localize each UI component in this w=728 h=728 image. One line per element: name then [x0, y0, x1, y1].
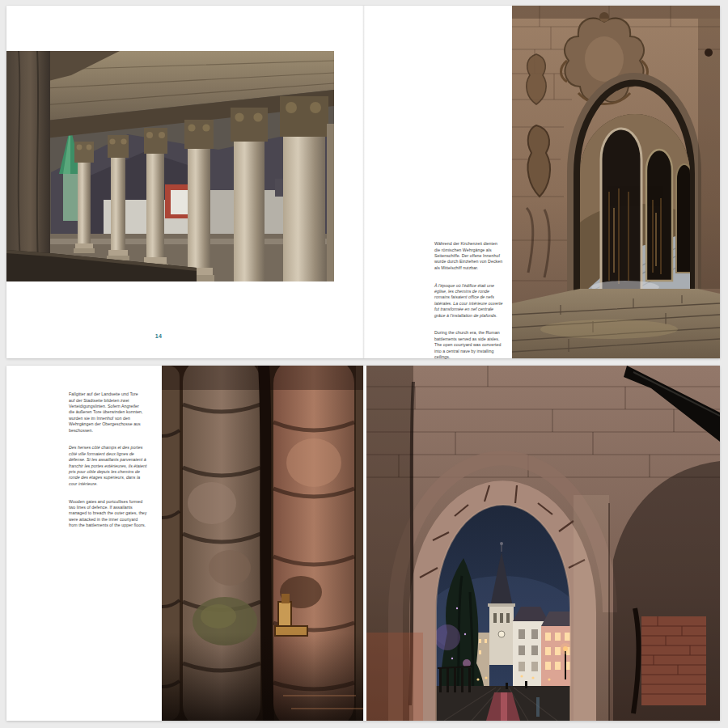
caption-block-bottom: Fallgitter auf der Landseite und Tore au…	[69, 385, 172, 540]
caption-german: Während der Kirchenzeit dienten die römi…	[434, 240, 518, 270]
arch-street-photo	[366, 366, 720, 721]
portal-photo-art	[512, 6, 720, 358]
page-number: 14	[142, 333, 175, 339]
bottom-page-spread: Fallgitter auf der Landseite und Tore au…	[6, 366, 720, 721]
caption-french: À l'époque où l'édifice était une église…	[434, 282, 518, 318]
stone-piers-photo	[162, 366, 363, 721]
caption-english: During the church era, the Roman battlem…	[434, 330, 518, 360]
colonnade-photo-art	[6, 51, 334, 281]
arch-street-photo-art	[366, 366, 720, 721]
caption-french: Des herses côté champs et des portes côt…	[69, 445, 172, 487]
portal-photo	[512, 6, 720, 358]
caption-block-top: Während der Kirchenzeit dienten die römi…	[434, 235, 518, 371]
caption-english: Wooden gates and portcullises formed two…	[69, 498, 172, 528]
colonnade-photo	[6, 51, 334, 281]
caption-german: Fallgitter auf der Landseite und Tore au…	[69, 391, 172, 433]
stone-piers-photo-art	[162, 366, 363, 721]
top-page-spread: 14 Während der Kirchenzeit dienten die r…	[6, 6, 720, 358]
book-preview-canvas: { "colors": { "canvas_bg": "#ebebeb", "p…	[0, 0, 728, 728]
spread-gutter-top	[362, 6, 365, 358]
